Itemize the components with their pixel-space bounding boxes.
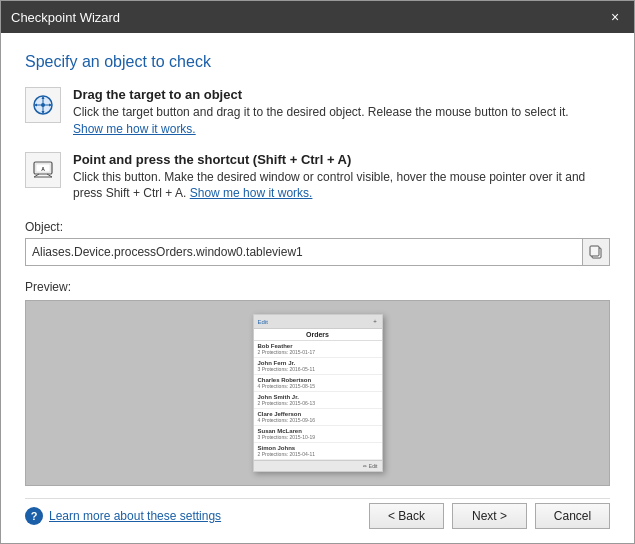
object-label: Object: [25, 220, 610, 234]
drag-target-icon[interactable] [25, 87, 61, 123]
drag-link[interactable]: Show me how it works. [73, 122, 196, 136]
copy-icon [588, 244, 604, 260]
cancel-button[interactable]: Cancel [535, 503, 610, 529]
drag-instruction-text: Drag the target to an object Click the t… [73, 87, 610, 138]
preview-label: Preview: [25, 280, 610, 294]
object-copy-button[interactable] [582, 238, 610, 266]
preview-item-3-detail: 4 Protections: 2015-08-15 [258, 383, 378, 389]
help-icon: ? [25, 507, 43, 525]
next-button[interactable]: Next > [452, 503, 527, 529]
close-button[interactable]: × [606, 8, 624, 26]
preview-item-7-detail: 2 Protections: 2015-04-11 [258, 451, 378, 457]
preview-item-2-detail: 3 Protections: 2016-05-11 [258, 366, 378, 372]
preview-add-button: ＋ [372, 317, 378, 326]
shortcut-link[interactable]: Show me how it works. [190, 186, 313, 200]
svg-rect-15 [590, 246, 599, 256]
svg-text:A: A [41, 166, 45, 172]
drag-title: Drag the target to an object [73, 87, 610, 102]
checkpoint-wizard-window: Checkpoint Wizard × Specify an object to… [0, 0, 635, 544]
preview-item-6-detail: 3 Protections: 2015-10-19 [258, 434, 378, 440]
svg-point-3 [41, 103, 45, 107]
preview-footer-text: ✏ Edit [363, 463, 377, 469]
preview-item-5: Clare Jefferson 4 Protections: 2015-09-1… [254, 409, 382, 426]
preview-item-4: John Smith Jr. 2 Protections: 2015-06-13 [254, 392, 382, 409]
shortcut-desc: Click this button. Make the desired wind… [73, 169, 610, 203]
help-link[interactable]: ? Learn more about these settings [25, 507, 221, 525]
main-content: Specify an object to check Drag the targ… [1, 33, 634, 543]
title-bar-text: Checkpoint Wizard [11, 10, 120, 25]
preview-item-3: Charles Robertson 4 Protections: 2015-08… [254, 375, 382, 392]
object-input[interactable] [25, 238, 582, 266]
preview-item-6: Susan McLaren 3 Protections: 2015-10-19 [254, 426, 382, 443]
button-group: < Back Next > Cancel [369, 503, 610, 529]
shortcut-title: Point and press the shortcut (Shift + Ct… [73, 152, 610, 167]
preview-area: Edit ＋ Orders Bob Feather 2 Protections:… [25, 300, 610, 486]
preview-header: Orders [254, 329, 382, 341]
preview-item-4-detail: 2 Protections: 2015-06-13 [258, 400, 378, 406]
help-link-text: Learn more about these settings [49, 509, 221, 523]
preview-inner: Edit ＋ Orders Bob Feather 2 Protections:… [253, 314, 383, 472]
shortcut-instruction-text: Point and press the shortcut (Shift + Ct… [73, 152, 610, 203]
title-bar: Checkpoint Wizard × [1, 1, 634, 33]
back-button[interactable]: < Back [369, 503, 444, 529]
bottom-row: ? Learn more about these settings < Back… [25, 498, 610, 529]
page-title: Specify an object to check [25, 53, 610, 71]
preview-item-1: Bob Feather 2 Protections: 2015-01-17 [254, 341, 382, 358]
object-row [25, 238, 610, 266]
instruction-shortcut: A Point and press the shortcut (Shift + … [25, 152, 610, 203]
preview-item-5-detail: 4 Protections: 2015-09-16 [258, 417, 378, 423]
preview-item-2: John Fern Jr. 3 Protections: 2016-05-11 [254, 358, 382, 375]
preview-edit-link: Edit [258, 319, 268, 325]
shortcut-icon[interactable]: A [25, 152, 61, 188]
preview-footer: ✏ Edit [254, 460, 382, 471]
preview-item-7: Simon Johns 2 Protections: 2015-04-11 [254, 443, 382, 460]
instruction-drag: Drag the target to an object Click the t… [25, 87, 610, 138]
preview-toolbar: Edit ＋ [254, 315, 382, 329]
preview-item-1-detail: 2 Protections: 2015-01-17 [258, 349, 378, 355]
drag-desc: Click the target button and drag it to t… [73, 104, 610, 138]
